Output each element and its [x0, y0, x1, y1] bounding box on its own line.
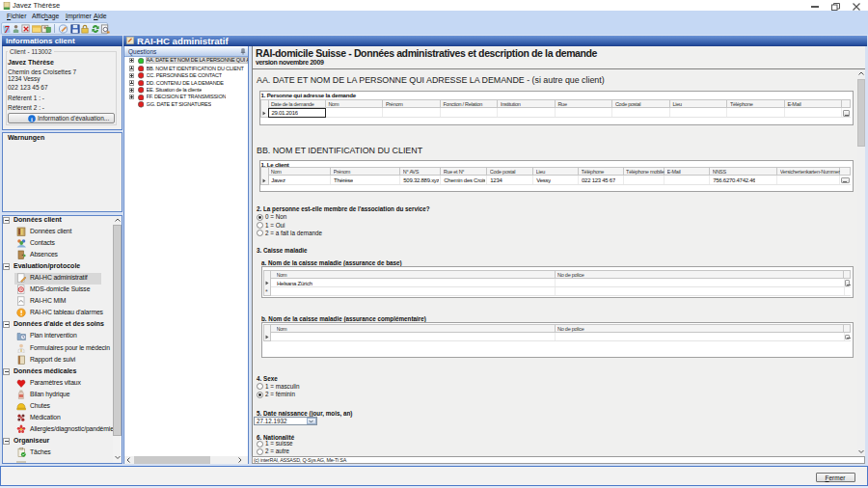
svg-text:i: i [31, 115, 33, 122]
